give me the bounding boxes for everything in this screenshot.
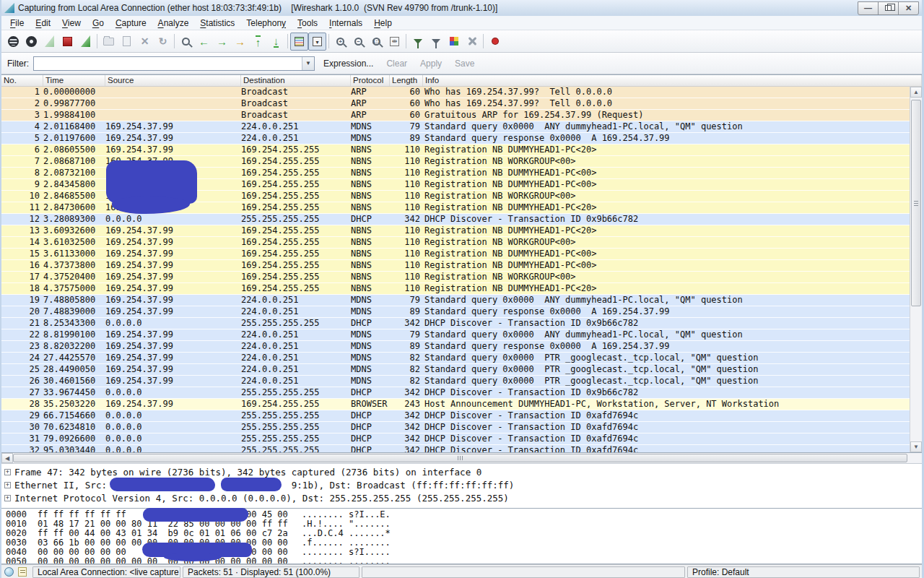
- column-header-length[interactable]: Length: [390, 75, 423, 86]
- packet-list-pane: No. Time Source Destination Protocol Len…: [1, 74, 922, 453]
- menu-go[interactable]: Go: [87, 17, 110, 30]
- resize-columns-icon[interactable]: ⇹: [385, 33, 404, 51]
- colorize-toggle-icon[interactable]: [290, 33, 308, 51]
- filter-dropdown-icon[interactable]: ▼: [302, 57, 314, 70]
- detail-line[interactable]: +Internet Protocol Version 4, Src: 0.0.0…: [1, 491, 922, 504]
- packet-row[interactable]: 62.08605500169.254.37.99169.254.255.255N…: [1, 144, 922, 156]
- column-header-info[interactable]: Info: [423, 75, 922, 86]
- go-to-bottom-icon[interactable]: ↓: [267, 33, 285, 51]
- column-header-no[interactable]: No.: [1, 75, 43, 86]
- packet-row[interactable]: 10.00000000BroadcastARP60Who has 169.254…: [1, 87, 922, 98]
- scroll-down-icon[interactable]: ▼: [910, 441, 922, 452]
- packet-row[interactable]: 133.60932600169.254.37.99169.254.255.255…: [1, 225, 922, 237]
- packet-row[interactable]: 3179.09266000.0.0.0255.255.255.255DHCP34…: [1, 434, 922, 445]
- redaction-scribble: [110, 478, 215, 491]
- menu-analyze[interactable]: Analyze: [152, 17, 195, 30]
- packet-row[interactable]: 2835.2503220169.254.37.99169.254.255.255…: [1, 399, 922, 410]
- packet-row[interactable]: 218.253433000.0.0.0255.255.255.255DHCP34…: [1, 318, 922, 329]
- menu-telephony[interactable]: Telephony: [240, 17, 292, 30]
- menu-edit[interactable]: Edit: [30, 17, 56, 30]
- autoscroll-toggle-icon[interactable]: ▾: [308, 33, 326, 51]
- apply-button[interactable]: Apply: [416, 57, 446, 70]
- packet-row[interactable]: 164.37373800169.254.37.99169.254.255.255…: [1, 260, 922, 272]
- column-header-time[interactable]: Time: [43, 75, 105, 86]
- capture-comment-icon[interactable]: [18, 567, 27, 577]
- scroll-left-icon[interactable]: ◀: [1, 453, 13, 463]
- stop-capture-icon[interactable]: [58, 33, 77, 51]
- packet-row[interactable]: 3295.03034400.0.0.0255.255.255.255DHCP34…: [1, 445, 922, 452]
- go-to-top-icon[interactable]: ↑: [249, 33, 267, 51]
- packet-row[interactable]: 3070.62348100.0.0.0255.255.255.255DHCP34…: [1, 422, 922, 434]
- column-header-source[interactable]: Source: [105, 75, 241, 86]
- go-back-icon[interactable]: ←: [195, 33, 213, 51]
- capture-filters-icon[interactable]: [409, 33, 427, 51]
- go-forward-icon[interactable]: →: [213, 33, 231, 51]
- expand-icon[interactable]: +: [4, 482, 11, 488]
- packet-row[interactable]: 174.37520400169.254.37.99169.254.255.255…: [1, 272, 922, 283]
- zoom-in-icon[interactable]: +: [331, 33, 349, 51]
- save-button[interactable]: Save: [450, 57, 479, 70]
- packet-list-header: No. Time Source Destination Protocol Len…: [1, 75, 922, 87]
- expand-icon[interactable]: +: [4, 495, 11, 501]
- packet-row[interactable]: 52.01197600169.254.37.99224.0.0.251MDNS8…: [1, 133, 922, 144]
- packet-row[interactable]: 2427.4425570169.254.37.99224.0.0.251MDNS…: [1, 353, 922, 364]
- menu-help[interactable]: Help: [368, 17, 398, 30]
- close-button[interactable]: ✕: [898, 1, 919, 15]
- expand-icon[interactable]: +: [4, 469, 11, 475]
- packet-row[interactable]: 2528.4490050169.254.37.99224.0.0.251MDNS…: [1, 364, 922, 376]
- save-file-icon[interactable]: [118, 33, 136, 51]
- packet-row[interactable]: 153.61133000169.254.37.99169.254.255.255…: [1, 249, 922, 260]
- list-interfaces-icon[interactable]: [4, 33, 22, 51]
- open-file-icon[interactable]: [100, 33, 118, 51]
- restore-button[interactable]: [878, 1, 899, 15]
- packet-row[interactable]: 20.99877700BroadcastARP60Who has 169.254…: [1, 98, 922, 110]
- packet-row[interactable]: 197.48805800169.254.37.99224.0.0.251MDNS…: [1, 295, 922, 306]
- menu-capture[interactable]: Capture: [110, 17, 152, 30]
- scroll-up-icon[interactable]: ▲: [910, 87, 922, 98]
- capture-options-icon[interactable]: [22, 33, 40, 51]
- find-packet-icon[interactable]: [177, 33, 195, 51]
- packet-row[interactable]: 143.61032500169.254.37.99169.254.255.255…: [1, 237, 922, 249]
- reload-icon[interactable]: ↻: [154, 33, 172, 51]
- restart-capture-icon[interactable]: [77, 33, 95, 51]
- packet-row[interactable]: 123.280893000.0.0.0255.255.255.255DHCP34…: [1, 214, 922, 225]
- packet-row[interactable]: 228.81990100169.254.37.99224.0.0.251MDNS…: [1, 329, 922, 341]
- packet-list-vertical-scrollbar[interactable]: ▲ ▼: [910, 87, 922, 452]
- packet-row[interactable]: 207.48839000169.254.37.99224.0.0.251MDNS…: [1, 306, 922, 318]
- packet-list-horizontal-scrollbar[interactable]: ◀: [1, 453, 922, 464]
- menu-view[interactable]: View: [56, 17, 87, 30]
- expert-info-icon[interactable]: [4, 567, 14, 577]
- zoom-out-icon[interactable]: −: [349, 33, 367, 51]
- menu-file[interactable]: File: [4, 17, 30, 30]
- start-capture-icon[interactable]: [40, 33, 58, 51]
- expression-button[interactable]: Expression...: [319, 57, 378, 70]
- detail-line[interactable]: +Frame 47: 342 bytes on wire (2736 bits)…: [1, 465, 922, 478]
- packet-row[interactable]: 42.01168400169.254.37.99224.0.0.251MDNS7…: [1, 121, 922, 133]
- packet-row[interactable]: 2966.71546600.0.0.0255.255.255.255DHCP34…: [1, 410, 922, 422]
- preferences-icon[interactable]: [463, 33, 481, 51]
- clear-button[interactable]: Clear: [382, 57, 411, 70]
- close-file-icon[interactable]: ✕: [136, 33, 154, 51]
- packet-row[interactable]: 238.82032200169.254.37.99224.0.0.251MDNS…: [1, 341, 922, 353]
- go-to-packet-icon[interactable]: →: [231, 33, 249, 51]
- minimize-button[interactable]: —: [858, 1, 879, 15]
- hex-row[interactable]: 005000 00 00 00 00 00 00 00 00 00 00 00 …: [6, 557, 922, 564]
- menu-internals[interactable]: Internals: [323, 17, 368, 30]
- horizontal-scroll-thumb[interactable]: [13, 454, 907, 462]
- packet-row[interactable]: 2733.96744500.0.0.0255.255.255.255DHCP34…: [1, 387, 922, 399]
- filter-input[interactable]: [34, 57, 302, 70]
- packet-row[interactable]: 184.37575000169.254.37.99169.254.255.255…: [1, 283, 922, 295]
- vertical-scroll-thumb[interactable]: [911, 100, 921, 306]
- coloring-rules-icon[interactable]: [445, 33, 463, 51]
- display-filters-icon[interactable]: [427, 33, 445, 51]
- column-header-protocol[interactable]: Protocol: [351, 75, 390, 86]
- help-icon[interactable]: [486, 33, 504, 51]
- zoom-100-icon[interactable]: 1:1: [367, 33, 385, 51]
- menu-statistics[interactable]: Statistics: [194, 17, 240, 30]
- packet-row[interactable]: 2630.4601560169.254.37.99224.0.0.251MDNS…: [1, 376, 922, 387]
- menu-tools[interactable]: Tools: [292, 17, 323, 30]
- packet-row[interactable]: 31.99884100BroadcastARP60Gratuitous ARP …: [1, 110, 922, 121]
- restore-icon: [885, 5, 892, 11]
- column-header-destination[interactable]: Destination: [241, 75, 351, 86]
- profile-status[interactable]: Profile: Default: [687, 566, 920, 578]
